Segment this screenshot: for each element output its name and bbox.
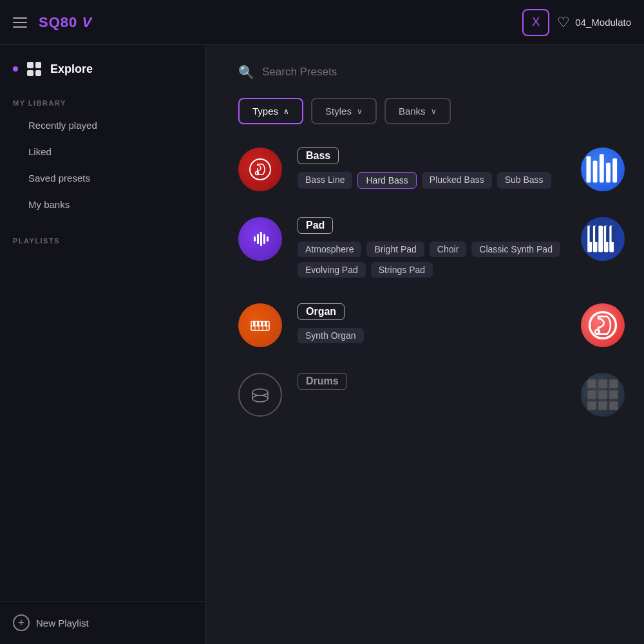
svg-rect-38 — [587, 379, 596, 388]
svg-rect-40 — [609, 379, 618, 388]
bass-icon-circle[interactable] — [238, 147, 282, 191]
svg-rect-28 — [253, 321, 255, 327]
svg-rect-21 — [612, 226, 615, 243]
category-pad: Pad Atmosphere Bright Pad Choir Classic … — [238, 217, 625, 278]
sidebar-item-liked[interactable]: Liked — [0, 138, 205, 165]
topbar-left: SQ80 V — [13, 14, 92, 31]
svg-point-37 — [252, 395, 268, 402]
new-playlist-label: New Playlist — [36, 618, 89, 629]
svg-rect-19 — [595, 226, 598, 243]
bass-right-circle — [581, 147, 625, 191]
svg-rect-29 — [257, 321, 259, 327]
drums-info: Drums — [298, 373, 565, 397]
plus-icon: + — [13, 614, 30, 631]
svg-rect-45 — [598, 401, 607, 410]
organ-info: Organ Synth Organ — [298, 303, 565, 343]
svg-rect-39 — [598, 379, 607, 388]
svg-rect-7 — [612, 158, 617, 182]
tag-sub-bass[interactable]: Sub Bass — [497, 172, 551, 189]
svg-rect-11 — [263, 234, 265, 244]
tag-bass-line[interactable]: Bass Line — [298, 172, 352, 189]
svg-rect-5 — [600, 154, 604, 182]
sidebar-item-my-banks[interactable]: My banks — [0, 191, 205, 218]
svg-rect-31 — [265, 321, 267, 327]
chevron-down-icon: ∨ — [431, 107, 437, 116]
bass-svg-icon — [249, 158, 272, 181]
svg-rect-3 — [587, 156, 591, 183]
pad-tags: Atmosphere Bright Pad Choir Classic Synt… — [298, 242, 565, 278]
topbar: SQ80 V X ♡ 04_Modulato — [0, 0, 644, 45]
sidebar-explore[interactable]: Explore — [0, 52, 205, 86]
app-title-v: V — [82, 14, 92, 30]
tag-evolving-pad[interactable]: Evolving Pad — [298, 262, 366, 278]
drums-right-circle — [581, 373, 625, 417]
explore-grid-icon — [27, 62, 41, 76]
topbar-right: X ♡ 04_Modulato — [522, 9, 631, 36]
svg-rect-41 — [587, 390, 596, 399]
svg-rect-46 — [609, 401, 618, 410]
search-input[interactable] — [262, 66, 625, 79]
chevron-down-icon: ∨ — [357, 107, 363, 116]
svg-rect-15 — [598, 226, 603, 252]
svg-rect-42 — [598, 390, 607, 399]
organ-name-badge[interactable]: Organ — [298, 303, 345, 320]
bass-tags: Bass Line Hard Bass Plucked Bass Sub Bas… — [298, 172, 565, 189]
svg-rect-10 — [260, 232, 262, 246]
sidebar-item-recently-played[interactable]: Recently played — [0, 112, 205, 138]
tag-classic-synth-pad[interactable]: Classic Synth Pad — [471, 242, 560, 257]
close-button[interactable]: X — [522, 9, 549, 36]
explore-active-dot — [13, 66, 18, 71]
svg-rect-44 — [587, 401, 596, 410]
sidebar-item-saved-presets[interactable]: Saved presets — [0, 165, 205, 191]
styles-label: Styles — [325, 106, 352, 117]
sidebar: Explore MY LIBRARY Recently played Liked… — [0, 45, 206, 644]
category-drums: Drums — [238, 373, 625, 417]
tag-plucked-bass[interactable]: Plucked Bass — [422, 172, 492, 189]
drums-name-badge[interactable]: Drums — [298, 373, 347, 390]
svg-rect-30 — [261, 321, 263, 327]
banks-filter-button[interactable]: Banks ∨ — [384, 98, 451, 124]
bass-right-icon — [581, 147, 625, 191]
content-area: 🔍 Types ∧ Styles ∨ Banks ∨ — [206, 45, 644, 644]
heart-icon: ♡ — [557, 14, 570, 31]
organ-right-circle — [581, 303, 625, 347]
organ-svg-icon — [249, 314, 272, 337]
new-playlist-button[interactable]: + New Playlist — [13, 614, 193, 631]
pad-right-circle — [581, 217, 625, 261]
category-organ: Organ Synth Organ — [238, 303, 625, 347]
pad-svg-icon — [249, 227, 272, 251]
tag-strings-pad[interactable]: Strings Pad — [371, 262, 433, 278]
pad-right-icon — [581, 217, 625, 261]
category-bass: Bass Bass Line Hard Bass Plucked Bass Su… — [238, 147, 625, 191]
search-icon: 🔍 — [238, 64, 254, 80]
svg-rect-6 — [606, 163, 611, 183]
svg-point-33 — [595, 330, 600, 334]
pad-name-badge[interactable]: Pad — [298, 217, 333, 234]
drums-icon-circle[interactable] — [238, 373, 282, 417]
my-library-title: MY LIBRARY — [0, 86, 205, 112]
tag-hard-bass[interactable]: Hard Bass — [357, 172, 416, 189]
organ-icon-circle[interactable] — [238, 303, 282, 347]
playlists-title: PLAYLISTS — [0, 224, 205, 250]
main-layout: Explore MY LIBRARY Recently played Liked… — [0, 45, 644, 644]
explore-label: Explore — [50, 62, 93, 76]
styles-filter-button[interactable]: Styles ∨ — [311, 98, 377, 124]
pad-info: Pad Atmosphere Bright Pad Choir Classic … — [298, 217, 565, 278]
tag-atmosphere[interactable]: Atmosphere — [298, 242, 361, 257]
svg-rect-20 — [606, 226, 609, 243]
favorite-button[interactable]: ♡ 04_Modulato — [557, 14, 631, 31]
drums-right-icon — [581, 373, 625, 417]
svg-rect-8 — [254, 236, 256, 242]
types-label: Types — [252, 106, 278, 117]
tag-synth-organ[interactable]: Synth Organ — [298, 328, 364, 343]
tag-bright-pad[interactable]: Bright Pad — [366, 242, 424, 257]
svg-rect-18 — [590, 226, 593, 243]
app-title: SQ80 V — [39, 14, 92, 31]
bass-name-badge[interactable]: Bass — [298, 147, 339, 164]
svg-rect-9 — [257, 234, 259, 244]
organ-tags: Synth Organ — [298, 328, 565, 343]
tag-choir[interactable]: Choir — [430, 242, 466, 257]
types-filter-button[interactable]: Types ∧ — [238, 98, 303, 124]
hamburger-menu-icon[interactable] — [13, 17, 27, 28]
pad-icon-circle[interactable] — [238, 217, 282, 261]
